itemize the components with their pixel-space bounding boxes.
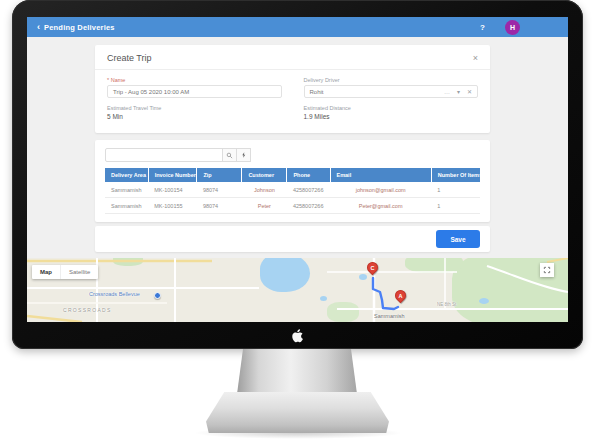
map-label-road: NE 8th St <box>437 302 456 307</box>
table-row[interactable]: Sammamish MK-100155 98074 Peter 42580072… <box>105 198 480 214</box>
name-label: * Name <box>107 77 282 83</box>
back-link-pending-deliveries[interactable]: Pending Deliveries <box>44 23 115 32</box>
map-label-bellevue: Crossroads Bellevue <box>89 291 140 297</box>
distance-label: Estimated Distance <box>304 105 479 111</box>
poi-marker-icon[interactable] <box>154 292 161 299</box>
map-label-crossroads: CROSSROADS <box>63 307 112 313</box>
screen: ‹ Pending Deliveries ? H Create Trip × *… <box>27 17 568 322</box>
avatar[interactable]: H <box>505 20 520 35</box>
map-type-map-button[interactable]: Map <box>32 265 60 279</box>
create-trip-card: Create Trip × * Name Trip - Aug 05 2020 … <box>95 45 490 133</box>
col-zip: Zip <box>197 168 242 182</box>
travel-time-value: 5 Min <box>107 113 282 120</box>
table-row[interactable]: Sammamish MK-100154 98074 Johnson 425800… <box>105 182 480 198</box>
col-phone: Phone <box>287 168 330 182</box>
trip-name-input[interactable]: Trip - Aug 05 2020 10:00 AM <box>107 85 282 98</box>
actions-card: Save <box>95 226 490 252</box>
driver-combobox[interactable]: Rohit … ▾ ✕ <box>304 85 479 98</box>
col-invoice-number: Invoice Number <box>148 168 197 182</box>
driver-label: Delivery Driver <box>304 77 479 83</box>
search-icon[interactable] <box>222 148 237 162</box>
help-icon[interactable]: ? <box>480 23 485 32</box>
travel-time-label: Estimated Travel Time <box>107 105 282 111</box>
chevron-down-icon[interactable]: ▾ <box>457 88 460 95</box>
dialog-title: Create Trip <box>107 53 152 63</box>
fullscreen-icon[interactable] <box>540 263 554 277</box>
driver-value: Rohit <box>310 89 324 95</box>
page: ‹ Pending Deliveries ? H Create Trip × *… <box>0 0 600 445</box>
map-type-satellite-button[interactable]: Satellite <box>60 265 98 279</box>
col-number-of-items: Number Of Items <box>431 168 480 182</box>
trip-name-value: Trip - Aug 05 2020 10:00 AM <box>113 89 189 95</box>
search-input[interactable] <box>105 148 223 162</box>
apple-logo-icon <box>289 327 306 344</box>
col-delivery-area: Delivery Area <box>105 168 148 182</box>
page-content: Create Trip × * Name Trip - Aug 05 2020 … <box>27 37 568 258</box>
map-canvas[interactable]: Crossroads Bellevue CROSSROADS Sammamish… <box>27 258 568 322</box>
deliveries-table: Delivery Area Invoice Number Zip Custome… <box>105 168 480 214</box>
table-header-row: Delivery Area Invoice Number Zip Custome… <box>105 168 480 182</box>
col-email: Email <box>330 168 431 182</box>
deliveries-grid-card: Delivery Area Invoice Number Zip Custome… <box>95 140 490 222</box>
monitor-stand-neck <box>237 349 357 394</box>
distance-value: 1.9 Miles <box>304 113 479 120</box>
back-icon[interactable]: ‹ <box>37 23 40 32</box>
app-header: ‹ Pending Deliveries ? H <box>27 17 568 37</box>
map-label-sammamish: Sammamish <box>374 313 405 319</box>
col-customer: Customer <box>242 168 287 182</box>
map-type-control: Map Satellite <box>32 265 98 279</box>
close-icon[interactable]: × <box>473 53 478 63</box>
save-button[interactable]: Save <box>436 230 480 248</box>
ellipsis-icon[interactable]: … <box>444 89 450 95</box>
monitor-stand-base <box>206 392 389 433</box>
clear-icon[interactable]: ✕ <box>467 88 472 95</box>
bolt-icon[interactable] <box>236 148 251 162</box>
